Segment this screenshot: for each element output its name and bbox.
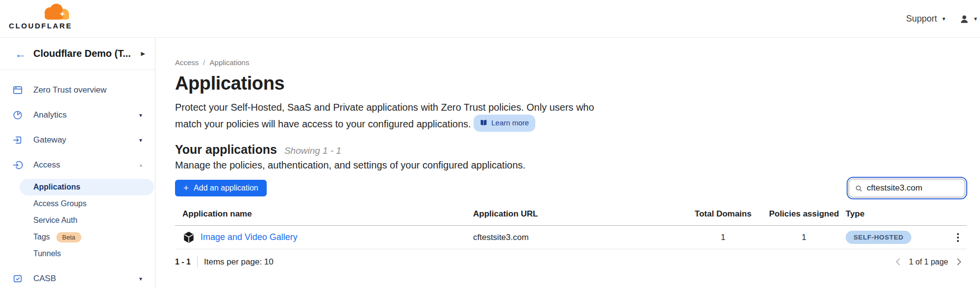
breadcrumb-applications: Applications	[210, 58, 250, 67]
column-header-url: Application URL	[473, 209, 684, 219]
sidebar-item-label: Zero Trust overview	[33, 85, 106, 95]
user-account-menu[interactable]: ▼	[959, 14, 979, 24]
section-title: Your applications	[175, 143, 277, 157]
breadcrumb-access[interactable]: Access	[175, 58, 199, 67]
cloudflare-logo[interactable]: CLOUDFLARE	[9, 3, 75, 30]
items-per-page-control[interactable]: Items per page: 10	[204, 257, 274, 267]
pie-chart-icon	[12, 110, 23, 120]
checkbox-check-icon	[12, 273, 23, 284]
cloudflare-logo-text: CLOUDFLARE	[9, 22, 75, 30]
sidebar-item-label: Analytics	[33, 110, 67, 120]
beta-badge: Beta	[56, 232, 81, 242]
total-domains-value: 1	[684, 233, 762, 242]
back-arrow-icon[interactable]: ←	[15, 48, 26, 60]
support-label: Support	[906, 14, 937, 24]
search-input[interactable]	[867, 183, 959, 193]
showing-count: Showing 1 - 1	[284, 145, 341, 156]
sidebar-nav: Zero Trust overview Analytics ▼ Gateway …	[0, 70, 155, 288]
sidebar-item-access[interactable]: Access ▲	[0, 155, 155, 175]
sidebar-item-label: Tunnels	[33, 249, 61, 258]
sidebar-item-gateway[interactable]: Gateway ▼	[0, 130, 155, 150]
column-header-type: Type	[846, 209, 934, 219]
column-header-domains: Total Domains	[684, 209, 762, 219]
chevron-down-icon: ▼	[941, 17, 946, 22]
chevron-right-icon	[956, 258, 962, 266]
page-description: Protect your Self-Hosted, SaaS and Priva…	[175, 100, 616, 132]
account-switcher: ← Cloudflare Demo (T... ▶	[0, 38, 155, 70]
sidebar-item-label: Applications	[33, 183, 80, 192]
learn-more-label: Learn more	[491, 116, 529, 130]
application-url: cftestsite3.com	[473, 233, 684, 242]
caret-down-icon: ▼	[138, 276, 143, 282]
access-sub-menu: Applications Access Groups Service Auth …	[0, 179, 155, 262]
pagination-range: 1 - 1	[175, 258, 191, 266]
sidebar-item-tags[interactable]: Tags Beta	[0, 229, 155, 245]
page-title: Applications	[175, 73, 967, 94]
section-subtitle: Manage the policies, authentication, and…	[175, 160, 967, 171]
column-header-policies: Policies assigned	[762, 209, 846, 219]
applications-table: Application name Application URL Total D…	[175, 209, 967, 249]
sidebar-item-applications[interactable]: Applications	[20, 179, 154, 195]
cloudflare-cloud-icon	[40, 3, 72, 21]
breadcrumb: Access / Applications	[175, 58, 967, 67]
window-icon	[12, 85, 23, 96]
gateway-icon	[12, 135, 23, 145]
caret-down-icon: ▼	[138, 138, 143, 143]
main-content: Access / Applications Applications Prote…	[156, 38, 980, 288]
table-row: Image and Video Gallery cftestsite3.com …	[175, 226, 967, 249]
breadcrumb-separator: /	[203, 58, 205, 67]
login-arrow-icon	[12, 160, 23, 170]
table-header-row: Application name Application URL Total D…	[175, 209, 967, 226]
page-indicator: 1 of 1 page	[909, 258, 948, 266]
application-link[interactable]: Image and Video Gallery	[201, 232, 298, 242]
kebab-menu-icon[interactable]	[955, 231, 961, 244]
sidebar-item-analytics[interactable]: Analytics ▼	[0, 105, 155, 125]
add-application-label: Add an application	[194, 184, 258, 192]
sidebar-item-service-auth[interactable]: Service Auth	[0, 212, 155, 229]
search-icon	[855, 184, 862, 192]
page-previous-button[interactable]	[895, 258, 901, 266]
pagination-bar: 1 - 1 Items per page: 10 1 of 1 page	[175, 249, 967, 267]
top-header: CLOUDFLARE Support ▼ ▼	[0, 0, 980, 38]
type-badge: SELF-HOSTED	[846, 231, 911, 244]
caret-down-icon: ▼	[138, 113, 143, 118]
sidebar-item-tunnels[interactable]: Tunnels	[0, 245, 155, 262]
sidebar-item-label: Service Auth	[33, 216, 77, 225]
sidebar-item-label: Access Groups	[33, 199, 86, 208]
sidebar-item-label: Access	[33, 160, 60, 170]
page-next-button[interactable]	[956, 258, 962, 266]
book-icon	[480, 120, 487, 126]
search-box	[849, 179, 965, 197]
account-name[interactable]: Cloudflare Demo (T...	[33, 48, 131, 59]
sidebar-item-zero-trust-overview[interactable]: Zero Trust overview	[0, 80, 155, 100]
sidebar-item-access-groups[interactable]: Access Groups	[0, 195, 155, 212]
sidebar-item-casb[interactable]: CASB ▼	[0, 269, 155, 288]
user-icon	[959, 14, 970, 24]
add-application-button[interactable]: + Add an application	[175, 180, 267, 196]
expand-right-icon[interactable]: ▶	[141, 50, 145, 57]
chevron-down-icon: ▼	[973, 17, 978, 22]
policies-assigned-value: 1	[762, 233, 846, 242]
learn-more-link[interactable]: Learn more	[474, 115, 535, 132]
column-header-name: Application name	[175, 209, 473, 219]
sidebar-item-label: Gateway	[33, 135, 66, 145]
sidebar-item-label: CASB	[33, 274, 56, 284]
app-cube-icon	[182, 231, 195, 244]
support-menu[interactable]: Support ▼	[906, 14, 946, 24]
sidebar: ← Cloudflare Demo (T... ▶ Zero Trust ove…	[0, 38, 155, 288]
caret-up-icon: ▲	[139, 163, 143, 168]
sidebar-item-label: Tags	[33, 233, 50, 241]
chevron-left-icon	[895, 258, 901, 266]
divider	[197, 256, 198, 267]
plus-icon: +	[183, 183, 189, 192]
